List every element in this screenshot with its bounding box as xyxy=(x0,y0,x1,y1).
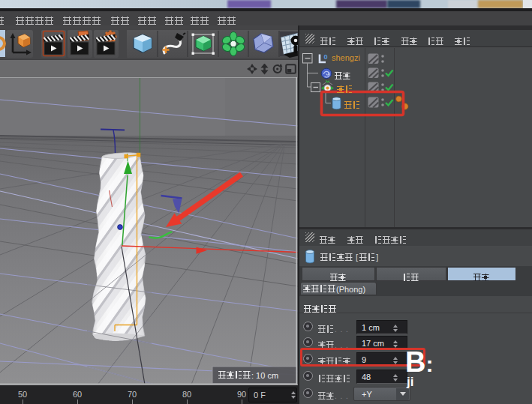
svg-text:0: 0 xyxy=(324,53,328,61)
